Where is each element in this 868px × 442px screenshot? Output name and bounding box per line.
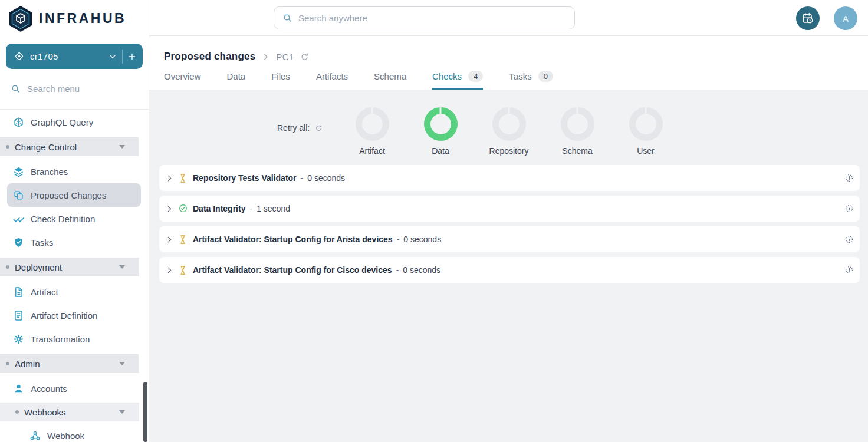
validator-ring[interactable] xyxy=(561,107,594,141)
main-area: A Proposed changes PC1 Overview Data xyxy=(149,0,868,442)
validator-ring[interactable] xyxy=(629,107,663,141)
sidebar-item[interactable]: Webhook xyxy=(7,424,141,442)
chevron-down-icon[interactable] xyxy=(119,410,125,414)
tab[interactable]: Data xyxy=(227,71,246,90)
check-separator: - xyxy=(249,204,252,213)
sidebar-item[interactable]: Deployment xyxy=(0,258,139,276)
retry-icon[interactable] xyxy=(315,124,323,132)
sidebar-scrollbar-thumb[interactable] xyxy=(143,382,147,442)
check-row[interactable]: Artifact Validator: Startup Config for A… xyxy=(159,226,860,252)
graphql-icon xyxy=(13,117,24,128)
global-search-input[interactable] xyxy=(298,13,566,23)
validator-label: Artifact xyxy=(359,146,385,156)
sidebar-item[interactable]: Admin xyxy=(0,354,139,373)
sidebar-item[interactable]: Webhooks xyxy=(0,403,139,421)
check-title: Artifact Validator: Startup Config for C… xyxy=(193,265,392,275)
branches-icon xyxy=(13,166,24,177)
tasks-icon xyxy=(13,237,24,248)
schedule-button[interactable] xyxy=(796,6,820,30)
check-separator: - xyxy=(396,265,399,275)
brand-header[interactable]: INFRAHUB xyxy=(0,0,149,36)
sidebar-item[interactable]: Check Definition xyxy=(7,207,141,230)
info-icon[interactable] xyxy=(845,235,853,243)
section-bullet xyxy=(6,362,9,365)
sidebar-item[interactable]: Transformation xyxy=(7,327,141,351)
sidebar-item[interactable]: Artifact xyxy=(7,280,141,304)
breadcrumb-current: PC1 xyxy=(276,52,294,62)
section-bullet xyxy=(6,145,9,149)
check-separator: - xyxy=(397,235,400,244)
breadcrumb-chevron-icon xyxy=(261,52,270,61)
tab[interactable]: Files xyxy=(271,71,290,90)
refresh-icon[interactable] xyxy=(300,52,309,61)
check-separator: - xyxy=(301,173,304,183)
validator-ring[interactable] xyxy=(424,107,458,141)
retry-all-label: Retry all: xyxy=(277,123,310,133)
chevron-right-icon[interactable] xyxy=(166,266,173,274)
proposed-changes-icon xyxy=(13,190,24,201)
info-icon[interactable] xyxy=(845,266,853,274)
sidebar: INFRAHUB cr1705 GraphQL Query xyxy=(0,0,149,442)
ring-notch xyxy=(371,107,373,114)
chevron-down-icon[interactable] xyxy=(108,52,117,61)
sidebar-item[interactable]: Tasks xyxy=(7,230,141,254)
global-search[interactable] xyxy=(274,6,575,29)
chevron-right-icon[interactable] xyxy=(166,236,173,243)
validator-label: Data xyxy=(432,146,449,156)
sidebar-item[interactable]: Proposed Changes xyxy=(7,183,141,207)
branch-selector[interactable]: cr1705 xyxy=(6,44,143,69)
sidebar-item[interactable]: Accounts xyxy=(7,377,141,400)
avatar[interactable]: A xyxy=(834,6,857,30)
sidebar-item[interactable]: Change Control xyxy=(0,137,139,156)
tab[interactable]: Checks 4 xyxy=(432,71,483,90)
tab[interactable]: Schema xyxy=(374,71,406,90)
validator-ring[interactable] xyxy=(492,107,526,141)
tab[interactable]: Artifacts xyxy=(316,71,348,90)
topbar: A xyxy=(149,0,868,36)
avatar-initial: A xyxy=(843,14,849,24)
hourglass-icon xyxy=(179,265,188,275)
sidebar-item[interactable]: Artifact Definition xyxy=(7,304,141,327)
sidebar-search[interactable] xyxy=(11,84,139,94)
calendar-clock-icon xyxy=(801,12,814,25)
chevron-down-icon[interactable] xyxy=(119,362,125,365)
info-icon[interactable] xyxy=(845,174,853,182)
validator-label: User xyxy=(637,146,655,156)
chevron-right-icon[interactable] xyxy=(166,205,173,213)
chevron-right-icon[interactable] xyxy=(166,174,173,182)
check-row[interactable]: Data Integrity - 1 second xyxy=(159,196,860,222)
check-list: Repository Tests Validator - 0 seconds D… xyxy=(159,165,860,283)
page-title: Proposed changes xyxy=(164,51,255,62)
webhook-icon xyxy=(29,430,41,441)
infrahub-logo-icon xyxy=(8,5,33,32)
check-duration: 1 second xyxy=(257,204,290,213)
validator: User xyxy=(611,107,680,156)
tab[interactable]: Tasks 0 xyxy=(509,71,553,90)
section-bullet xyxy=(6,265,9,269)
check-row[interactable]: Repository Tests Validator - 0 seconds xyxy=(159,165,860,191)
validator-ring[interactable] xyxy=(356,107,389,141)
sidebar-item[interactable]: Branches xyxy=(7,160,141,183)
check-title: Artifact Validator: Startup Config for A… xyxy=(193,235,393,244)
search-icon xyxy=(11,84,21,94)
check-title: Data Integrity xyxy=(193,204,245,213)
check-circle-icon xyxy=(179,204,188,214)
sidebar-search-input[interactable] xyxy=(27,84,127,94)
check-row[interactable]: Artifact Validator: Startup Config for C… xyxy=(159,257,860,283)
tab[interactable]: Overview xyxy=(164,71,201,90)
breadcrumb: Proposed changes PC1 xyxy=(164,51,868,62)
chevron-down-icon[interactable] xyxy=(119,265,125,269)
info-icon[interactable] xyxy=(845,204,853,213)
check-definition-icon xyxy=(13,213,24,225)
ring-notch xyxy=(577,107,578,114)
check-duration: 0 seconds xyxy=(403,265,440,275)
tab-badge: 0 xyxy=(538,71,553,82)
tab-bar: Overview Data Files Artifacts xyxy=(164,71,868,90)
sidebar-item[interactable]: GraphQL Query xyxy=(7,110,141,134)
accounts-icon xyxy=(13,383,24,394)
artifact-definition-icon xyxy=(13,310,24,321)
ring-notch xyxy=(645,107,647,114)
branch-icon xyxy=(14,51,24,61)
chevron-down-icon[interactable] xyxy=(119,145,125,149)
add-branch-button[interactable] xyxy=(127,52,137,61)
